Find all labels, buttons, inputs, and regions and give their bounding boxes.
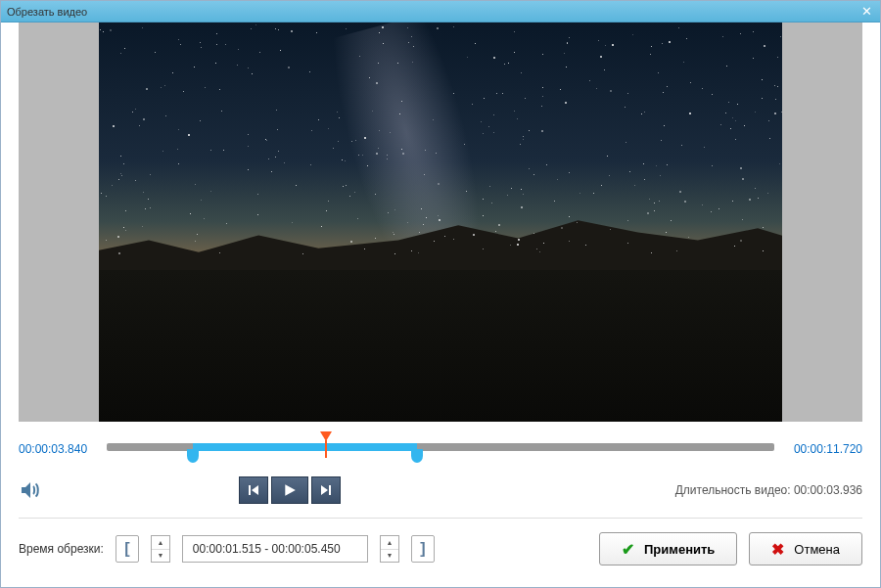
close-button[interactable]: ✕ [858, 4, 874, 20]
spinner-up[interactable]: ▲ [381, 536, 398, 550]
playback-buttons [0, 476, 675, 504]
video-preview-area [19, 23, 862, 422]
trim-time-label: Время обрезки: [19, 542, 104, 556]
apply-button[interactable]: ✔ Применить [599, 532, 737, 565]
set-end-bracket-button[interactable]: ] [411, 535, 435, 563]
playhead[interactable] [320, 431, 332, 441]
start-time-spinner[interactable]: ▲ ▼ [151, 535, 170, 563]
svg-rect-0 [249, 485, 251, 495]
trim-range-display: 00:00:01.515 - 00:00:05.450 [182, 535, 368, 563]
video-frame [99, 23, 782, 422]
bottom-row: Время обрезки: [ ▲ ▼ 00:00:01.515 - 00:0… [1, 519, 880, 579]
duration-label: Длительность видео: 00:00:03.936 [675, 483, 862, 497]
spinner-down[interactable]: ▼ [152, 550, 169, 563]
next-frame-button[interactable] [311, 476, 341, 504]
x-icon: ✖ [771, 540, 784, 559]
trim-start-handle[interactable] [187, 449, 199, 463]
timeline-track[interactable] [107, 435, 774, 463]
playback-controls-row: Длительность видео: 00:00:03.936 [1, 463, 880, 518]
svg-rect-1 [329, 485, 331, 495]
titlebar: Обрезать видео ✕ [1, 1, 880, 23]
window-title: Обрезать видео [7, 6, 858, 18]
end-time-spinner[interactable]: ▲ ▼ [380, 535, 399, 563]
trim-end-handle[interactable] [411, 449, 423, 463]
check-icon: ✔ [622, 540, 634, 559]
spinner-down[interactable]: ▼ [381, 550, 398, 563]
cancel-button[interactable]: ✖ Отмена [749, 532, 862, 565]
timeline-row: 00:00:03.840 00:00:11.720 [1, 422, 880, 463]
play-button[interactable] [271, 476, 308, 504]
set-start-bracket-button[interactable]: [ [116, 535, 139, 563]
spinner-up[interactable]: ▲ [152, 536, 169, 550]
current-time-label: 00:00:03.840 [19, 442, 95, 456]
prev-frame-button[interactable] [239, 476, 268, 504]
total-time-label: 00:00:11.720 [786, 442, 862, 456]
